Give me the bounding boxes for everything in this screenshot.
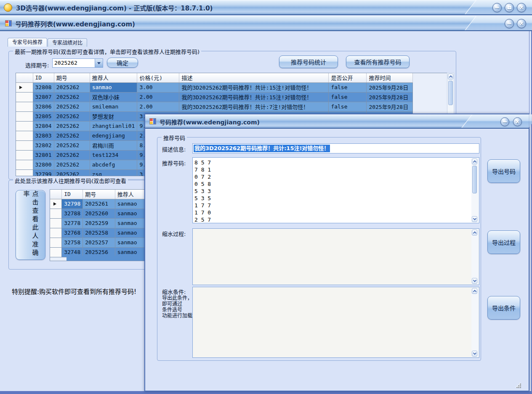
grid-cell: zhangtianli01 xyxy=(90,121,137,131)
scroll-down-button[interactable] xyxy=(472,216,477,222)
grid-cell: 2025262 xyxy=(54,131,90,140)
resize-grip[interactable] xyxy=(515,382,521,388)
row-selector-cell[interactable] xyxy=(16,102,33,111)
accuracy-button[interactable]: 点击查看此人准确率 xyxy=(16,190,45,260)
row-selector-cell[interactable] xyxy=(16,131,33,140)
scroll-up-button[interactable] xyxy=(448,74,453,79)
process-textarea[interactable] xyxy=(192,228,479,285)
minimize-button[interactable] xyxy=(492,3,502,12)
column-header[interactable]: ID xyxy=(62,190,83,199)
row-selector-cell[interactable] xyxy=(50,238,62,247)
scrollbar-thumb[interactable] xyxy=(448,81,453,105)
column-header[interactable]: 是否公开 xyxy=(329,73,367,82)
row-selector-cell[interactable] xyxy=(16,169,33,176)
table-row[interactable]: 327882025260sanmao xyxy=(50,209,150,218)
row-selector-cell[interactable] xyxy=(16,82,33,92)
condition-textarea[interactable] xyxy=(192,287,479,358)
table-row[interactable]: 327982025261sanmao xyxy=(50,199,150,209)
minimize-icon xyxy=(495,7,499,8)
coin-app-icon xyxy=(4,3,12,12)
column-header[interactable]: ID xyxy=(33,73,54,82)
row-selector-cell[interactable] xyxy=(50,228,62,238)
current-row-arrow-icon xyxy=(19,86,22,89)
grid-cell: 32768 xyxy=(62,228,83,238)
minimize-button[interactable] xyxy=(505,19,514,28)
grid-cell: 2025年9月28日 xyxy=(367,102,413,111)
close-button[interactable] xyxy=(517,19,526,28)
table-row[interactable]: 328082025262sanmao3.00我的3D2025262期号码推荐！共… xyxy=(16,82,413,92)
main-window-title: 3D选号器(www.edengjiang.com) - 正式版(版本号：18.7… xyxy=(16,3,213,12)
scroll-down-button[interactable] xyxy=(472,351,477,357)
view-all-button[interactable]: 查看所有推荐号码 xyxy=(346,56,410,68)
table-row[interactable]: 328062025262smileman2.00我的3D2025262期号码推荐… xyxy=(16,102,413,111)
dialog-title: 号码推荐(www.edengjiang.com) xyxy=(160,118,260,126)
grid-cell: 2025262 xyxy=(54,150,90,160)
grid-cell: 32801 xyxy=(33,150,54,160)
column-header[interactable]: 期号 xyxy=(83,190,115,199)
grid-cell: 32799 xyxy=(33,169,54,176)
row-selector-cell[interactable] xyxy=(16,150,33,160)
column-header[interactable]: 推荐人 xyxy=(90,73,137,82)
grid-cell: 32758 xyxy=(62,238,83,247)
row-selector-cell[interactable] xyxy=(50,218,62,228)
column-header[interactable]: 价格(元) xyxy=(137,73,179,82)
grid-header-row[interactable]: ID期号推荐人价格(元)描述是否公开推荐时间 xyxy=(16,73,413,82)
scrollbar-thumb[interactable] xyxy=(472,166,477,193)
history-grid[interactable]: ID期号推荐人 327982025261sanmao327882025260sa… xyxy=(50,189,151,261)
table-row[interactable]: 327582025257sanmao xyxy=(50,238,150,247)
desc-input[interactable]: 我的3D2025262期号码推荐！共计:15注!对错勿怪！ xyxy=(192,143,479,153)
row-selector-cell[interactable] xyxy=(16,121,33,131)
dialog-titlebar: 号码推荐(www.edengjiang.com) xyxy=(145,114,529,129)
scroll-up-button[interactable] xyxy=(472,159,477,164)
row-selector-cell[interactable] xyxy=(50,247,62,257)
table-row[interactable]: 328072025262双色球小妹2.00我的3D2025262期号码推荐！共计… xyxy=(16,92,413,102)
export-process-button[interactable]: 导出过程 xyxy=(487,230,520,254)
condition-scrollbar[interactable] xyxy=(471,288,479,357)
column-header[interactable]: 推荐时间 xyxy=(367,73,413,82)
row-selector-cell[interactable] xyxy=(50,199,62,209)
numbers-textarea[interactable]: 8 5 7 7 8 1 0 7 2 0 5 8 5 3 3 5 3 5 1 7 … xyxy=(192,157,479,223)
grid-cell: 32802 xyxy=(33,140,54,150)
chevron-down-icon xyxy=(97,62,101,64)
desktop: 3D选号器(www.edengjiang.com) - 正式版(版本号：18.7… xyxy=(0,0,532,394)
desc-label: 描述信息: xyxy=(162,145,186,153)
combo-dropdown-button[interactable] xyxy=(95,59,103,67)
grid-header-row[interactable]: ID期号推荐人 xyxy=(50,190,150,199)
row-selector-cell[interactable] xyxy=(16,111,33,121)
confirm-button[interactable]: 确定 xyxy=(107,58,138,68)
row-selector-cell[interactable] xyxy=(16,160,33,169)
scroll-up-button[interactable] xyxy=(472,230,477,235)
grid-cell: 2025262 xyxy=(54,160,90,169)
export-condition-button[interactable]: 导出条件 xyxy=(487,296,520,320)
close-button[interactable] xyxy=(517,3,526,12)
column-header[interactable]: 期号 xyxy=(54,73,90,82)
process-scrollbar[interactable] xyxy=(471,229,479,284)
table-row[interactable]: 327682025258sanmao xyxy=(50,228,150,238)
close-button[interactable] xyxy=(513,117,522,126)
stats-button[interactable]: 推荐号码统计 xyxy=(279,56,338,68)
row-selector-cell[interactable] xyxy=(16,92,33,102)
grid-cell: 我的3D2025262期号码推荐！共计:15注!对错勿怪！ xyxy=(179,82,329,92)
export-numbers-button[interactable]: 导出号码 xyxy=(487,159,520,183)
minimize-button[interactable] xyxy=(500,117,509,126)
grid-cell: 32778 xyxy=(62,218,83,228)
scroll-up-button[interactable] xyxy=(472,288,477,294)
scroll-down-button[interactable] xyxy=(472,278,477,284)
close-icon xyxy=(519,5,524,10)
row-selector-cell[interactable] xyxy=(50,209,62,218)
maximize-button[interactable] xyxy=(505,3,514,12)
tab-expert-recommend[interactable]: 专家号码推荐 xyxy=(8,38,47,47)
tab-expert-compare[interactable]: 专家战绩对比 xyxy=(48,38,87,47)
grid-cell: smileman xyxy=(90,102,137,111)
row-selector-header[interactable] xyxy=(16,73,33,82)
numbers-scrollbar[interactable] xyxy=(471,158,479,222)
column-header[interactable]: 描述 xyxy=(179,73,329,82)
row-selector-header[interactable] xyxy=(50,190,62,199)
grid-cell: 我的3D2025262期号码推荐！共计:7注!对错勿怪！ xyxy=(179,102,329,111)
table-row[interactable]: 327782025259sanmao xyxy=(50,218,150,228)
grid-cell: 32804 xyxy=(33,121,54,131)
grid-cell: 2025261 xyxy=(83,199,115,209)
group-title: 最新一期推荐号码(双击即可查看详情，单击即可查看该推荐人往期推荐号码) xyxy=(13,48,201,56)
period-combobox[interactable]: 2025262 xyxy=(52,58,103,68)
row-selector-cell[interactable] xyxy=(16,140,33,150)
